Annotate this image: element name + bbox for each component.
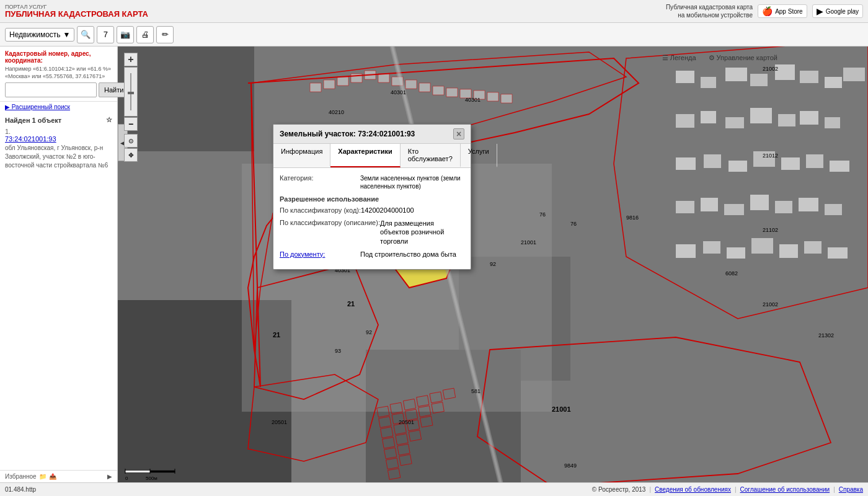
- status-url: 01.484.http: [5, 486, 36, 493]
- full-extent-button[interactable]: ⊙: [124, 134, 138, 148]
- result-number: 1.: [5, 128, 11, 135]
- svg-rect-15: [701, 111, 716, 123]
- svg-rect-41: [828, 247, 848, 259]
- bookmark-icon: ☆: [106, 116, 112, 124]
- legend-button[interactable]: ☰ Легенда: [658, 51, 700, 64]
- zoom-in-button[interactable]: +: [124, 53, 138, 66]
- svg-rect-42: [310, 83, 321, 92]
- by-doc-row: По документу: Под строительство дома быт…: [280, 250, 464, 258]
- appstore-badge[interactable]: 🍎 App Store: [758, 4, 807, 18]
- svg-rect-21: [676, 157, 696, 170]
- svg-text:40301: 40301: [391, 89, 406, 95]
- favorites-bar: Избранное 📁 📤 ▶: [0, 470, 117, 482]
- search-tool-btn[interactable]: 🔍: [77, 26, 94, 43]
- draw-btn[interactable]: ✏: [156, 26, 174, 43]
- zoom-slider[interactable]: [124, 67, 138, 117]
- screenshot-btn[interactable]: 📷: [117, 26, 134, 43]
- popup-title: Земельный участок: 73:24:021001:93: [280, 130, 415, 138]
- popup-header: Земельный участок: 73:24:021001:93 ×: [273, 125, 471, 144]
- legend-area: ☰ Легенда ⚙ Управление картой: [658, 46, 781, 69]
- tab-information[interactable]: Информация: [273, 144, 330, 167]
- advanced-search-link[interactable]: ▶ Расширенный поиск: [0, 102, 117, 112]
- googleplay-badge[interactable]: ▶ Google play: [812, 4, 863, 18]
- svg-rect-40: [804, 241, 822, 254]
- manage-map-button[interactable]: ⚙ Управление картой: [705, 51, 781, 64]
- example-line2: «Москва» или «55.755768, 37.617671»: [5, 73, 105, 79]
- by-doc-label[interactable]: По документу:: [280, 250, 360, 258]
- collapse-icon[interactable]: ▶: [107, 473, 112, 480]
- svg-text:92: 92: [366, 329, 372, 335]
- appstore-label: App Store: [775, 8, 802, 15]
- svg-rect-36: [703, 241, 720, 254]
- divider3: |: [833, 486, 835, 493]
- svg-rect-14: [676, 114, 694, 128]
- select-btn[interactable]: 7: [97, 26, 114, 43]
- zoom-out-button[interactable]: −: [124, 117, 138, 131]
- svg-rect-56: [501, 94, 512, 103]
- print-btn[interactable]: 🖨: [136, 26, 154, 43]
- svg-text:9816: 9816: [626, 215, 639, 221]
- googleplay-label: Google play: [826, 8, 859, 15]
- svg-text:21: 21: [273, 331, 280, 339]
- add-favorite-icon[interactable]: 📁: [39, 473, 46, 480]
- svg-rect-8: [725, 68, 747, 81]
- header-logo: ПОРТАЛ УСЛУГ ПУБЛИЧНАЯ КАДАСТРОВАЯ КАРТА: [5, 4, 148, 19]
- svg-text:92: 92: [490, 261, 496, 267]
- export-icon[interactable]: 📤: [49, 473, 56, 480]
- dropdown-label: Недвижимость: [9, 30, 61, 39]
- category-row: Категория: Земли населенных пунктов (зем…: [280, 174, 464, 190]
- map-background: 40210 40301 40301 411210 40301 21 21 205…: [118, 46, 868, 482]
- svg-text:93: 93: [335, 348, 341, 354]
- svg-rect-35: [676, 244, 696, 258]
- svg-text:21002: 21002: [763, 301, 778, 308]
- legend-icon: ☰: [662, 54, 668, 62]
- by-doc-value: Под строительство дома быта: [360, 250, 456, 258]
- svg-rect-18: [778, 114, 795, 126]
- search-example: Например «61:6.10104:12» или «61.6 %» «М…: [5, 66, 112, 80]
- svg-rect-49: [405, 80, 417, 89]
- svg-rect-6: [676, 71, 694, 83]
- svg-rect-17: [750, 108, 772, 123]
- popup-body: Категория: Земли населенных пунктов (зем…: [273, 168, 471, 269]
- svg-rect-25: [781, 157, 800, 170]
- updates-link[interactable]: Сведения об обновлениях: [655, 486, 731, 493]
- property-type-dropdown[interactable]: Недвижимость ▼: [5, 28, 74, 42]
- classifier-code-label: По классификатору (код):: [280, 206, 361, 214]
- svg-text:76: 76: [539, 211, 546, 218]
- example-line1: Например «61:6.10104:12» или «61.6 %»: [5, 66, 111, 72]
- pan-button[interactable]: ✥: [124, 148, 138, 162]
- help-link[interactable]: Справка: [839, 486, 863, 493]
- svg-rect-11: [800, 71, 818, 83]
- tab-services[interactable]: Услуги: [461, 144, 497, 167]
- result-item: 1. 73:24:021001:93 обл Ульяновская, г Ул…: [5, 128, 112, 170]
- svg-rect-43: [324, 80, 335, 89]
- svg-text:581: 581: [471, 388, 480, 394]
- svg-text:21001: 21001: [521, 239, 536, 246]
- svg-text:21001: 21001: [552, 405, 571, 413]
- svg-text:6082: 6082: [725, 270, 738, 277]
- divider2: |: [735, 486, 737, 493]
- category-label: Категория:: [280, 174, 360, 190]
- svg-rect-28: [676, 201, 694, 213]
- svg-rect-37: [727, 247, 745, 259]
- tab-characteristics[interactable]: Характеристики: [330, 144, 400, 167]
- search-input[interactable]: [5, 82, 97, 97]
- svg-text:21102: 21102: [763, 227, 778, 233]
- popup-close-button[interactable]: ×: [453, 128, 464, 140]
- agreement-link[interactable]: Соглашение об использовании: [740, 486, 830, 493]
- svg-rect-32: [775, 201, 792, 213]
- parcel-popup: Земельный участок: 73:24:021001:93 × Инф…: [273, 124, 471, 270]
- svg-rect-44: [337, 77, 348, 86]
- svg-rect-9: [750, 74, 768, 86]
- map-area[interactable]: 40210 40301 40301 411210 40301 21 21 205…: [118, 46, 868, 482]
- svg-rect-33: [799, 198, 818, 211]
- svg-rect-7: [701, 77, 716, 88]
- result-link[interactable]: 73:24:021001:93: [5, 135, 112, 143]
- google-icon: ▶: [817, 6, 823, 16]
- classifier-desc-label: По классификатору (описание):: [280, 219, 380, 246]
- svg-text:40301: 40301: [465, 97, 480, 103]
- map-svg: 40210 40301 40301 411210 40301 21 21 205…: [118, 46, 868, 482]
- tab-who-services[interactable]: Кто обслуживает?: [401, 144, 461, 167]
- svg-text:40210: 40210: [329, 109, 344, 115]
- svg-rect-31: [750, 195, 769, 210]
